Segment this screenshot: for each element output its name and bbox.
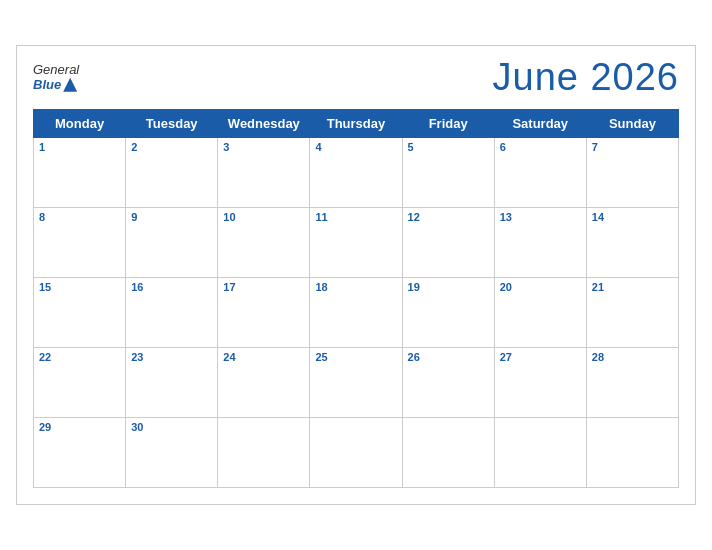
calendar-cell-2-1: 16	[126, 278, 218, 348]
calendar-cell-1-6: 14	[586, 208, 678, 278]
weekday-monday: Monday	[34, 110, 126, 138]
weekday-saturday: Saturday	[494, 110, 586, 138]
date-number-22: 22	[39, 351, 120, 363]
calendar-table: Monday Tuesday Wednesday Thursday Friday…	[33, 109, 679, 488]
weekday-thursday: Thursday	[310, 110, 402, 138]
date-number-5: 5	[408, 141, 489, 153]
date-number-21: 21	[592, 281, 673, 293]
logo-blue-text: Blue	[33, 78, 61, 92]
calendar-cell-4-0: 29	[34, 418, 126, 488]
date-number-18: 18	[315, 281, 396, 293]
date-number-10: 10	[223, 211, 304, 223]
calendar-cell-3-0: 22	[34, 348, 126, 418]
date-number-23: 23	[131, 351, 212, 363]
calendar-cell-0-0: 1	[34, 138, 126, 208]
logo-triangle-icon	[63, 78, 77, 92]
date-number-9: 9	[131, 211, 212, 223]
date-number-6: 6	[500, 141, 581, 153]
date-number-24: 24	[223, 351, 304, 363]
calendar-cell-3-6: 28	[586, 348, 678, 418]
date-number-1: 1	[39, 141, 120, 153]
week-row-2: 891011121314	[34, 208, 679, 278]
date-number-27: 27	[500, 351, 581, 363]
date-number-12: 12	[408, 211, 489, 223]
weekday-header-row: Monday Tuesday Wednesday Thursday Friday…	[34, 110, 679, 138]
weekday-wednesday: Wednesday	[218, 110, 310, 138]
date-number-2: 2	[131, 141, 212, 153]
calendar-cell-0-5: 6	[494, 138, 586, 208]
date-number-15: 15	[39, 281, 120, 293]
calendar-wrapper: General Blue June 2026 Monday Tuesday We…	[16, 45, 696, 505]
calendar-header: General Blue June 2026	[33, 56, 679, 99]
logo: General Blue	[33, 63, 79, 92]
calendar-cell-0-3: 4	[310, 138, 402, 208]
date-number-25: 25	[315, 351, 396, 363]
date-number-30: 30	[131, 421, 212, 433]
weekday-sunday: Sunday	[586, 110, 678, 138]
calendar-cell-4-3	[310, 418, 402, 488]
calendar-cell-0-1: 2	[126, 138, 218, 208]
weekday-friday: Friday	[402, 110, 494, 138]
calendar-cell-2-2: 17	[218, 278, 310, 348]
calendar-cell-4-6	[586, 418, 678, 488]
week-row-4: 22232425262728	[34, 348, 679, 418]
date-number-16: 16	[131, 281, 212, 293]
weekday-tuesday: Tuesday	[126, 110, 218, 138]
date-number-17: 17	[223, 281, 304, 293]
logo-line: Blue	[33, 78, 77, 92]
calendar-cell-1-5: 13	[494, 208, 586, 278]
calendar-cell-1-3: 11	[310, 208, 402, 278]
calendar-cell-2-4: 19	[402, 278, 494, 348]
calendar-cell-3-2: 24	[218, 348, 310, 418]
date-number-13: 13	[500, 211, 581, 223]
date-number-7: 7	[592, 141, 673, 153]
calendar-cell-4-2	[218, 418, 310, 488]
date-number-28: 28	[592, 351, 673, 363]
calendar-cell-2-6: 21	[586, 278, 678, 348]
calendar-cell-3-5: 27	[494, 348, 586, 418]
calendar-cell-1-2: 10	[218, 208, 310, 278]
date-number-4: 4	[315, 141, 396, 153]
week-row-5: 2930	[34, 418, 679, 488]
calendar-cell-4-4	[402, 418, 494, 488]
calendar-cell-1-4: 12	[402, 208, 494, 278]
month-title: June 2026	[493, 56, 680, 99]
calendar-cell-0-2: 3	[218, 138, 310, 208]
calendar-cell-4-5	[494, 418, 586, 488]
calendar-cell-1-1: 9	[126, 208, 218, 278]
calendar-cell-2-0: 15	[34, 278, 126, 348]
date-number-19: 19	[408, 281, 489, 293]
calendar-cell-3-4: 26	[402, 348, 494, 418]
date-number-20: 20	[500, 281, 581, 293]
calendar-cell-3-3: 25	[310, 348, 402, 418]
calendar-cell-0-6: 7	[586, 138, 678, 208]
date-number-26: 26	[408, 351, 489, 363]
calendar-cell-4-1: 30	[126, 418, 218, 488]
date-number-11: 11	[315, 211, 396, 223]
date-number-8: 8	[39, 211, 120, 223]
date-number-29: 29	[39, 421, 120, 433]
week-row-1: 1234567	[34, 138, 679, 208]
date-number-3: 3	[223, 141, 304, 153]
calendar-cell-3-1: 23	[126, 348, 218, 418]
logo-general-text: General	[33, 63, 79, 77]
week-row-3: 15161718192021	[34, 278, 679, 348]
calendar-cell-1-0: 8	[34, 208, 126, 278]
calendar-cell-2-5: 20	[494, 278, 586, 348]
date-number-14: 14	[592, 211, 673, 223]
calendar-cell-0-4: 5	[402, 138, 494, 208]
calendar-cell-2-3: 18	[310, 278, 402, 348]
